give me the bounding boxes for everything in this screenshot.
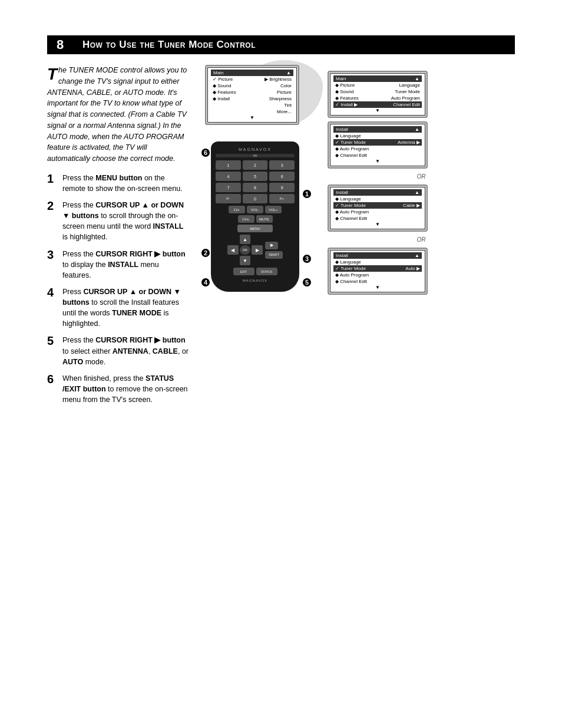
btn-play[interactable]: ▶	[265, 242, 278, 249]
mi-install-highlighted: ✓ Install ▶Channel Edit	[333, 101, 422, 108]
btn-4[interactable]: 4	[216, 172, 241, 181]
menu-item-sound: ◆ SoundColor	[211, 83, 293, 89]
btn-0[interactable]: 0	[243, 194, 268, 203]
btn-vol-plus[interactable]: VOL+	[265, 206, 282, 213]
step-5-text: Press the CURSOR RIGHT ▶ button to selec…	[62, 335, 189, 367]
btn-cursor-down[interactable]: ▼	[240, 256, 251, 265]
btn-cursor-up[interactable]: ▲	[240, 235, 251, 244]
menu-screens: Main▲ ◆ PictureLanguage ◆ SoundTuner Mod…	[328, 65, 515, 295]
remote-wrapper: 6 1 3 5 2	[211, 130, 299, 292]
btn-cursor-left[interactable]: ◀	[227, 245, 239, 255]
menu-box-install-cable: Install▲ ◆ Language ✓ Tuner ModeCable ▶ …	[330, 187, 425, 229]
page: 8 How to Use the Tuner Mode Control The …	[0, 0, 562, 728]
step-4-bold1: CURSOR UP ▲ or DOWN ▼ buttons	[62, 288, 181, 307]
ir-sensor	[216, 154, 295, 157]
menu-arrow-down-1: ▼	[211, 115, 293, 120]
btn-vol-minus[interactable]: VOL-	[247, 206, 263, 213]
step-4-number: 4	[47, 286, 58, 298]
menu-arrow-down-cable: ▼	[333, 222, 422, 227]
menu-title-install-cable: Install▲	[333, 189, 422, 196]
btn-ch-plus[interactable]: CH+	[238, 215, 254, 223]
mi-features: ◆ FeaturesAuto Program	[333, 95, 422, 101]
btn-exit[interactable]: EXIT	[233, 268, 254, 275]
btn-prev-ch[interactable]: P-	[216, 194, 241, 203]
section-title: How to Use the Tuner Mode Control	[73, 35, 515, 54]
bottom-space	[47, 411, 515, 647]
step-5-number: 5	[47, 335, 58, 347]
menu-item-more: More...	[211, 108, 293, 115]
mi-chanedit-ant: ◆ Channel Edit	[333, 152, 422, 159]
right-column: Main▲ ◆ PictureLanguage ◆ SoundTuner Mod…	[328, 65, 515, 411]
mi-language-ant: ◆ Language	[333, 133, 422, 139]
mi-picture: ◆ PictureLanguage	[333, 82, 422, 88]
badge-3: 3	[302, 253, 312, 264]
step-1-number: 1	[47, 173, 58, 185]
badge-1: 1	[302, 189, 312, 199]
cursor-pad-area: ▲ ◀ OK ▶ ▼ ▶ SMA	[216, 235, 295, 265]
menu-item-features: ◆ FeaturesPicture	[211, 89, 293, 95]
step-3-bold1: CURSOR RIGHT ▶ button	[95, 250, 185, 258]
or-label-1: OR	[328, 173, 515, 180]
step-4: 4 Press CURSOR UP ▲ or DOWN ▼ buttons to…	[47, 286, 189, 330]
btn-1[interactable]: 1	[216, 160, 241, 170]
ir-emitter	[253, 154, 257, 157]
tv-screen-main: Main▲ ◆ PictureLanguage ◆ SoundTuner Mod…	[328, 71, 428, 118]
cursor-empty-tr	[252, 235, 263, 244]
badge-6: 6	[200, 147, 211, 158]
btn-next-ch[interactable]: P+	[269, 194, 295, 203]
step-3-number: 3	[47, 249, 58, 261]
menu-item-picture: ✓ Picture▶ Brightness	[211, 76, 293, 83]
step-1-text: Press the MENU button on the remote to s…	[62, 173, 189, 194]
btn-cursor-right[interactable]: ▶	[252, 245, 263, 255]
btn-3[interactable]: 3	[269, 160, 295, 170]
step-4-text: Press CURSOR UP ▲ or DOWN ▼ buttons to s…	[62, 286, 189, 330]
section-header: 8 How to Use the Tuner Mode Control	[47, 35, 515, 54]
menu-item-tint: Tint	[211, 102, 293, 108]
step-5: 5 Press the CURSOR RIGHT ▶ button to sel…	[47, 335, 189, 367]
bottom-btn-row: EXIT STATUS	[216, 268, 295, 275]
step-3-text: Press the CURSOR RIGHT ▶ button to displ…	[62, 249, 189, 281]
center-column: Main▲ ✓ Picture▶ Brightness ◆ SoundColor…	[199, 65, 317, 411]
btn-8[interactable]: 8	[243, 183, 268, 192]
cursor-empty-br	[252, 256, 263, 265]
step-6-bold1: STATUS /EXIT button	[62, 374, 174, 393]
badge-4: 4	[200, 277, 211, 288]
brand-label-bottom: MAGNAVOX	[216, 279, 295, 282]
menu-title-install-auto: Install▲	[333, 252, 422, 259]
mi-autoprog-auto: ◆ Auto Program	[333, 272, 422, 278]
btn-5[interactable]: 5	[243, 172, 268, 181]
btn-menu[interactable]: MENU	[237, 225, 273, 232]
menu-title-main: Main▲	[333, 75, 422, 82]
step-2-number: 2	[47, 200, 58, 212]
btn-mute[interactable]: MUTE	[256, 215, 273, 223]
mi-sound: ◆ SoundTuner Mode	[333, 88, 422, 95]
mi-tunermode-auto: ✓ Tuner ModeAuto ▶	[333, 265, 422, 272]
btn-smart[interactable]: SMART	[265, 251, 283, 259]
btn-6[interactable]: 6	[269, 172, 295, 181]
tv-screen-1: Main▲ ✓ Picture▶ Brightness ◆ SoundColor…	[205, 65, 299, 125]
menu-arrow-down-main: ▼	[333, 108, 422, 113]
step-3-bold2: INSTALL	[108, 261, 138, 269]
menu-arrow-down-ant: ▼	[333, 159, 422, 164]
or-label-2: OR	[328, 236, 515, 243]
screen-4-wrapper: Install▲ ◆ Language ✓ Tuner ModeAuto ▶ ◆…	[328, 248, 515, 295]
drop-cap: T	[47, 66, 57, 83]
btn-status[interactable]: STATUS	[256, 268, 277, 275]
btn-7[interactable]: 7	[216, 183, 241, 192]
btn-9[interactable]: 9	[269, 183, 295, 192]
step-2-text: Press the CURSOR UP ▲ or DOWN ▼ buttons …	[62, 200, 189, 243]
mi-autoprog-ant: ◆ Auto Program	[333, 146, 422, 152]
menu-arrow-down-auto: ▼	[333, 285, 422, 290]
step-2: 2 Press the CURSOR UP ▲ or DOWN ▼ button…	[47, 200, 189, 243]
screen-2-wrapper: Install▲ ◆ Language ✓ Tuner ModeAntenna …	[328, 121, 515, 169]
step-1: 1 Press the MENU button on the remote to…	[47, 173, 189, 194]
btn-ch-minus[interactable]: CH-	[229, 206, 245, 213]
remote-control: MAGNAVOX 1 2 3 4 5 6 7 8	[211, 141, 299, 292]
mi-tunermode-cable: ✓ Tuner ModeCable ▶	[333, 202, 422, 209]
menu-screen-1: Main▲ ✓ Picture▶ Brightness ◆ SoundColor…	[205, 65, 317, 125]
cursor-pad: ▲ ◀ OK ▶ ▼	[227, 235, 263, 265]
btn-ok[interactable]: OK	[240, 245, 251, 255]
step-5-bold3: CABLE	[153, 347, 178, 355]
btn-2[interactable]: 2	[243, 160, 268, 170]
number-pad: 1 2 3 4 5 6 7 8 9 P- 0 P+	[216, 160, 295, 203]
